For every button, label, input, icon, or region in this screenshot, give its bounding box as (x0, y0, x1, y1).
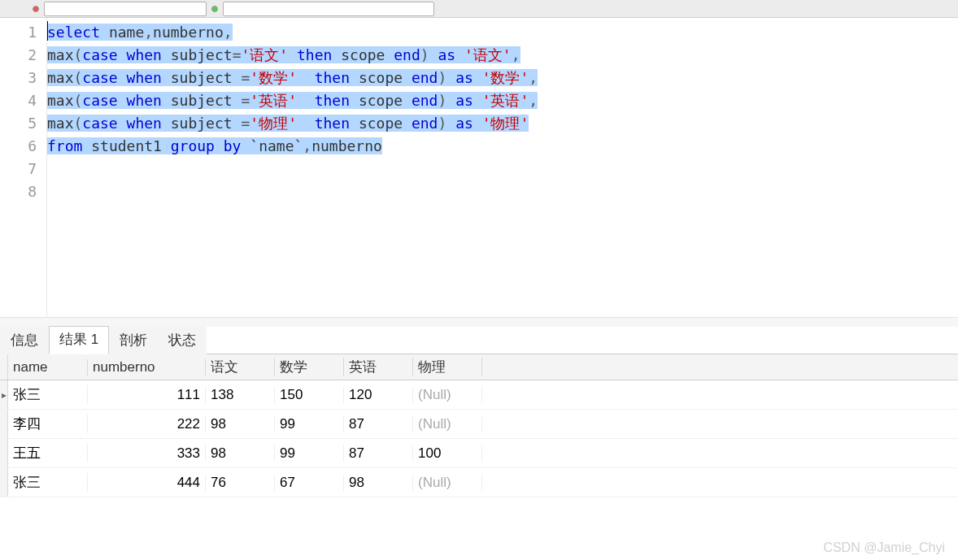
cell[interactable]: 76 (206, 475, 275, 491)
row-marker-icon: ▸ (0, 380, 8, 409)
code-token: ) (420, 46, 429, 63)
row-marker-icon (0, 410, 8, 438)
code-token: ( (74, 69, 83, 86)
cell[interactable]: (Null) (413, 475, 482, 491)
code-line[interactable]: max(case when subject ='英语' then scope e… (47, 89, 958, 112)
code-line[interactable]: max(case when subject ='物理' then scope e… (47, 112, 958, 135)
row-marker-icon (0, 439, 8, 467)
code-token (241, 137, 250, 154)
code-token: , (303, 137, 311, 154)
cell[interactable]: 120 (344, 387, 413, 403)
cell[interactable]: 222 (88, 416, 206, 432)
tab-结果 1[interactable]: 结果 1 (49, 326, 109, 354)
code-token: when (127, 46, 162, 63)
code-token (118, 115, 127, 132)
toolbar-field-2[interactable] (223, 2, 434, 16)
code-token: max (47, 115, 74, 132)
code-token: when (127, 69, 162, 86)
cell[interactable]: 150 (275, 387, 344, 403)
code-token (403, 69, 412, 86)
cell[interactable]: (Null) (413, 416, 482, 432)
code-line[interactable]: select name,numberno, (47, 21, 958, 44)
code-token (446, 92, 455, 109)
code-token: '语文' (464, 46, 512, 63)
code-token: numberno (153, 24, 224, 41)
code-token (350, 92, 359, 109)
line-number: 4 (0, 89, 46, 112)
cell[interactable]: 99 (275, 416, 344, 432)
code-token (215, 137, 224, 154)
table-row[interactable]: 张三444766798(Null) (0, 468, 958, 497)
code-token: from (47, 137, 82, 154)
cell[interactable]: 99 (275, 445, 344, 462)
cell[interactable]: 444 (88, 475, 206, 491)
code-token: case (82, 92, 117, 109)
code-token (473, 69, 482, 86)
code-line[interactable] (47, 158, 958, 180)
code-line[interactable]: max(case when subject='语文' then scope en… (47, 44, 958, 67)
code-area[interactable]: select name,numberno,max(case when subje… (47, 18, 958, 326)
cell[interactable]: 138 (206, 387, 275, 403)
code-token: student1 (91, 137, 162, 154)
cell[interactable]: 98 (206, 416, 275, 432)
line-number: 5 (0, 112, 46, 135)
cell[interactable]: 张三 (8, 473, 88, 492)
code-token: end (412, 69, 438, 86)
cell[interactable]: 100 (413, 445, 482, 462)
code-token: case (82, 46, 117, 63)
code-token: scope (359, 92, 403, 109)
column-header[interactable]: name (8, 359, 88, 376)
code-line[interactable]: max(case when subject ='数学' then scope e… (47, 67, 958, 89)
code-token (297, 92, 315, 109)
code-token: = (233, 46, 242, 63)
cell[interactable]: 王五 (8, 444, 88, 462)
code-token: '数学' (250, 69, 297, 86)
code-token: ( (74, 115, 83, 132)
cell[interactable]: 98 (206, 445, 275, 462)
editor-horizontal-scrollbar[interactable] (0, 317, 958, 327)
code-token: name (109, 24, 144, 41)
cell[interactable]: 87 (344, 445, 413, 462)
column-header[interactable]: 数学 (275, 358, 344, 376)
tab-剖析[interactable]: 剖析 (109, 327, 158, 354)
code-token (350, 115, 359, 132)
cell[interactable]: 98 (344, 475, 413, 491)
column-header[interactable]: 物理 (413, 358, 482, 376)
table-row[interactable]: 王五333989987100 (0, 439, 958, 468)
sql-editor[interactable]: 12345678 select name,numberno,max(case w… (0, 18, 958, 327)
cell[interactable]: 111 (88, 387, 206, 403)
code-token: ) (438, 92, 446, 109)
code-token: then (297, 46, 332, 63)
cell[interactable]: 李四 (8, 415, 88, 433)
code-token: ) (438, 115, 446, 132)
toolbar-field-1[interactable] (44, 2, 207, 16)
tab-信息[interactable]: 信息 (0, 327, 49, 354)
tab-状态[interactable]: 状态 (158, 327, 207, 354)
code-token: = (233, 115, 250, 132)
code-token: scope (341, 46, 385, 63)
table-row[interactable]: ▸张三111138150120(Null) (0, 380, 958, 410)
code-token: by (224, 137, 242, 154)
code-token: scope (359, 115, 403, 132)
code-token: , (224, 24, 233, 41)
cell[interactable]: 张三 (8, 385, 88, 404)
code-token (403, 92, 412, 109)
cell[interactable]: 67 (275, 475, 344, 491)
code-token: '英语' (482, 92, 529, 109)
code-line[interactable] (47, 180, 958, 203)
toolbar-dot-icon (211, 6, 218, 12)
code-token (429, 46, 438, 63)
cell[interactable]: (Null) (413, 387, 482, 403)
column-header[interactable]: 英语 (344, 358, 413, 376)
code-token (473, 115, 482, 132)
column-header[interactable]: numberno (88, 359, 206, 376)
code-line[interactable]: from student1 group by `name`,numberno (47, 135, 958, 158)
table-row[interactable]: 李四222989987(Null) (0, 410, 958, 439)
code-token (385, 46, 394, 63)
column-header[interactable]: 语文 (206, 358, 275, 376)
cell[interactable]: 333 (88, 445, 206, 462)
code-token: subject (171, 92, 233, 109)
code-token: , (529, 92, 538, 109)
cell[interactable]: 87 (344, 416, 413, 432)
code-token: group (171, 137, 215, 154)
